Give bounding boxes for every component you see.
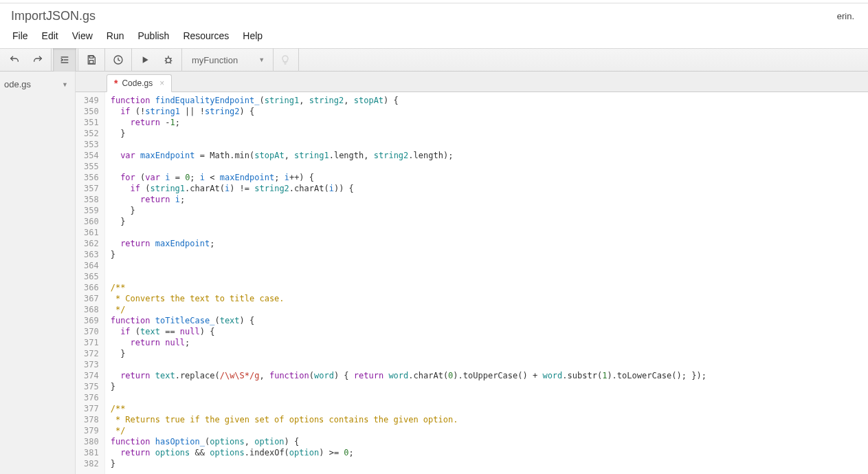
sidebar: ode.gs ▼ xyxy=(0,72,76,474)
menu-bar: File Edit View Run Publish Resources Hel… xyxy=(0,25,868,48)
svg-line-13 xyxy=(166,62,167,63)
svg-marker-6 xyxy=(143,56,148,63)
undo-button[interactable] xyxy=(3,48,26,72)
menu-help[interactable]: Help xyxy=(243,30,263,41)
user-label[interactable]: erin. xyxy=(837,11,857,21)
run-button[interactable] xyxy=(133,48,157,72)
chevron-down-icon: ▼ xyxy=(258,56,265,63)
menu-edit[interactable]: Edit xyxy=(42,30,58,41)
chevron-down-icon: ▼ xyxy=(62,81,68,88)
tab-row: * Code.gs × xyxy=(76,72,868,92)
line-number-gutter: 3493503513523533543553563573583593603613… xyxy=(76,92,105,474)
header: ImportJSON.gs erin. xyxy=(0,3,868,25)
project-title[interactable]: ImportJSON.gs xyxy=(11,9,96,23)
dirty-indicator: * xyxy=(114,80,118,87)
lightbulb-icon xyxy=(280,54,291,65)
svg-line-9 xyxy=(165,58,166,58)
play-icon xyxy=(140,54,151,65)
save-button[interactable] xyxy=(80,48,103,72)
svg-rect-3 xyxy=(89,56,93,58)
function-select[interactable]: myFunction ▼ xyxy=(183,48,274,72)
sidebar-file-item[interactable]: ode.gs ▼ xyxy=(0,75,75,94)
menu-file[interactable]: File xyxy=(12,30,28,41)
function-select-label: myFunction xyxy=(192,55,238,65)
tab-label: Code.gs xyxy=(122,78,153,88)
undo-icon xyxy=(9,54,20,65)
close-icon[interactable]: × xyxy=(159,78,164,88)
indent-button[interactable] xyxy=(53,48,76,72)
redo-icon xyxy=(32,54,43,65)
svg-point-7 xyxy=(166,58,171,63)
hint-button[interactable] xyxy=(274,48,297,72)
menu-publish[interactable]: Publish xyxy=(137,30,169,41)
toolbar: myFunction ▼ xyxy=(0,48,868,72)
bug-icon xyxy=(163,54,174,65)
editor-body[interactable]: 3493503513523533543553563573583593603613… xyxy=(76,92,868,474)
tab-code-gs[interactable]: * Code.gs × xyxy=(107,74,172,92)
redo-button[interactable] xyxy=(26,48,49,72)
save-icon xyxy=(86,54,97,65)
editor-area: * Code.gs × 3493503513523533543553563573… xyxy=(76,72,868,474)
svg-line-10 xyxy=(170,58,172,58)
clock-icon xyxy=(113,54,124,65)
menu-run[interactable]: Run xyxy=(107,30,124,41)
menu-resources[interactable]: Resources xyxy=(183,30,229,41)
code-content[interactable]: function findEqualityEndpoint_(string1, … xyxy=(105,92,868,474)
sidebar-item-label: ode.gs xyxy=(4,79,31,89)
triggers-button[interactable] xyxy=(107,48,130,72)
debug-button[interactable] xyxy=(157,48,180,72)
indent-icon xyxy=(59,54,70,65)
svg-line-14 xyxy=(170,62,171,63)
svg-rect-4 xyxy=(89,61,93,64)
menu-view[interactable]: View xyxy=(72,30,93,41)
